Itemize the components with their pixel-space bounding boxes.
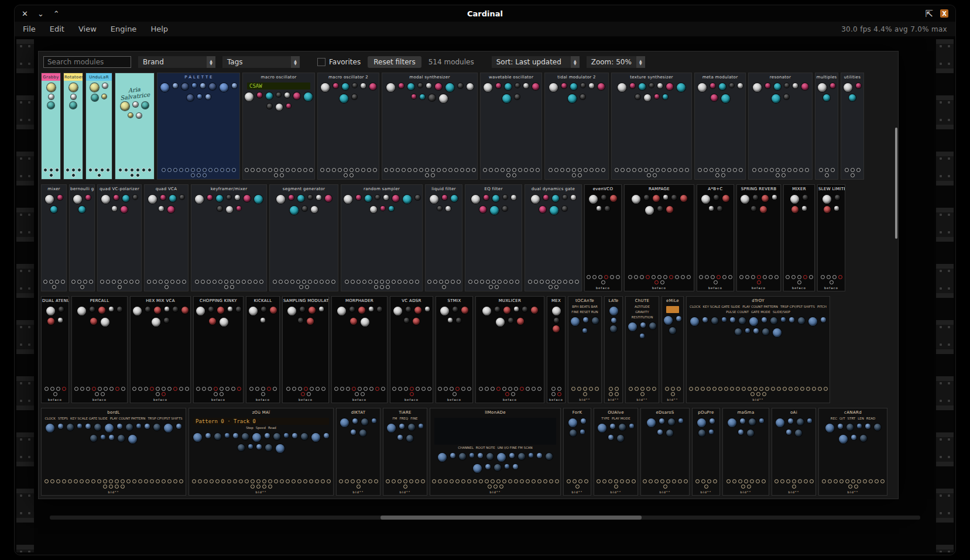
module-tile-spring-reverb[interactable]: SPRING REVERBbefaco [736,184,781,291]
module-tile-fork[interactable]: ForKbId°° [563,408,591,496]
port-icon [615,387,619,391]
tags-dropdown[interactable]: Tags ▲▼ [222,56,300,68]
module-tile-tiare[interactable]: TiAREFMFREQFINEbId°° [383,408,427,496]
module-tile-dtroy[interactable]: dTrOYCLOCKKEY SCALE GATE SLIDEPLAY COUNT… [686,296,830,403]
module-tile-keyframer-mixer[interactable]: keyframer/mixer [191,184,267,291]
module-tile-dual-atenuverter[interactable]: DUAL ATENUVERTERbefaco [41,296,69,403]
module-tile-random-sampler[interactable]: random sampler [341,184,423,291]
menu-file[interactable]: File [23,25,36,33]
module-tile-hex-mix-vca[interactable]: HEX MIX VCAbefaco [130,296,191,403]
module-tile-modal-synthesizer[interactable]: modal synthesizer [382,73,478,180]
module-tile-utilities[interactable]: utilities [841,73,864,180]
module-tile-kickall[interactable]: KICKALLbefaco [246,296,280,403]
menu-help[interactable]: Help [150,25,168,33]
module-tile-liquid-filter[interactable]: liquid filter [425,184,462,291]
port-icon [301,392,305,396]
module-tile-meta-modulator[interactable]: meta modulator [694,73,746,180]
module-tile-stmix[interactable]: STMIXbefaco [436,296,473,403]
module-tile-muxlicer[interactable]: MUXLICERbefaco [475,296,544,403]
module-tile-chute[interactable]: ChUTEALTITUDEGRAVITYRESTITUTIONbId°° [625,296,659,403]
module-tile-emile[interactable]: eMiLebId°° [661,296,684,403]
module-tile-texture-synthesizer[interactable]: texture synthesizer [611,73,692,180]
vertical-scrollbar[interactable] [895,51,897,499]
reset-filters-button[interactable]: Reset filters [368,56,421,68]
knob-icon [611,318,616,323]
knob-panel [318,81,379,167]
port-icon [156,392,160,396]
module-tile-segment-generator[interactable]: segment generator [269,184,338,291]
module-tile-tidal-modulator-2[interactable]: tidal modulator 2 [544,73,609,180]
horizontal-scrollbar[interactable] [50,516,920,520]
module-tile-limonade[interactable]: lIMonADeCHANNELROOT NOTEUNI I/O FINE FM … [430,408,561,496]
close-icon[interactable]: ✕ [22,9,28,18]
menu-engine[interactable]: Engine [111,25,137,33]
knob-icon [640,334,645,338]
module-tile-edsaros[interactable]: eDsaroSbId°° [640,408,690,496]
favorites-checkbox[interactable] [317,58,325,66]
knob-panel [131,304,190,386]
module-tile-poupre[interactable]: pOuPrebId°° [692,408,720,496]
knob-icon [735,328,742,335]
knob-icon [399,83,404,88]
module-tile-dual-dynamics-gate[interactable]: dual dynamics gate [525,184,582,291]
module-tile-tocante[interactable]: tOCAnTeBPH BEATS BARFINE RESET RUNbId°° [568,296,602,403]
module-tile-slew-limiter[interactable]: SLEW LIMITERbefaco [817,184,845,291]
module-tile-evenvco[interactable]: evenVCObefaco [584,184,622,291]
zoom-dropdown[interactable]: Zoom: 50% ▲▼ [587,56,645,68]
search-input[interactable] [43,56,131,68]
chevron-up-icon[interactable]: ⌃ [53,9,60,18]
module-tile-vc-adsr[interactable]: VC ADSRbefaco [390,296,433,403]
module-tile-magma[interactable]: maGmabId°° [722,408,769,496]
module-tile-mex[interactable]: MEXbefaco [547,296,565,403]
module-tile-multiples[interactable]: multiples [815,73,838,180]
module-tile-mixer[interactable]: mixer [41,184,67,291]
favorites-toggle[interactable]: Favorites [317,58,361,66]
module-tile-macro-oscillator-2[interactable]: macro oscillator 2 [317,73,379,180]
knob-panel [86,81,112,167]
module-tile-zo-ma[interactable]: zOù MAïPattern 0 · Track 0StopSpeedReadb… [188,408,334,496]
module-tile-quad-vc-polarizer[interactable]: quad VC-polarizer [97,184,142,291]
module-tile-macro-oscillator[interactable]: macro oscillatorCSAW [242,73,315,180]
module-tile-blank[interactable]: Aria Salvatrice [115,73,155,180]
module-name: DUAL ATENUVERTER [42,297,68,304]
module-tile-bordl[interactable]: bordLCLOCKSTEPSKEY SCALE GATE SLIDEPLAY … [41,408,186,496]
sort-dropdown[interactable]: Sort: Last updated ▲▼ [492,56,580,68]
vertical-scrollbar-thumb[interactable] [895,128,897,239]
x11-icon[interactable]: X [940,9,948,18]
external-icon[interactable]: ⇱ [926,8,933,19]
module-tile-rampage[interactable]: RAMPAGEbefaco [624,184,694,291]
port-icon [601,168,605,172]
port-icon [375,387,379,391]
module-tile-rotatoes[interactable]: Rotatoes [63,73,83,180]
module-tile-p-a-l-e-t-t-e[interactable]: P A L E T T E [157,73,240,180]
port-icon [486,280,490,284]
module-tile-chopping-kinky[interactable]: CHOPPING KINKYbefaco [193,296,244,403]
knob-panel [383,421,427,478]
module-tile-eq-filter[interactable]: EQ filter [465,184,522,291]
port-icon [554,168,558,172]
module-tile-late[interactable]: LATebId°° [604,296,623,403]
module-tile-ouaive[interactable]: OUAIveTYPEPLAY MODEbId°° [594,408,638,496]
module-tile-percall[interactable]: PERCALLbefaco [71,296,128,403]
module-tile-wavetable-oscillator[interactable]: wavetable oscillator [480,73,542,180]
module-tile-sampling-modulator[interactable]: SAMPLING MODULATORbefaco [282,296,329,403]
menu-edit[interactable]: Edit [50,25,64,33]
module-tile-oai[interactable]: oAibId°° [772,408,816,496]
port-icon [748,387,752,391]
module-tile-bernoulli-gate[interactable]: bernoulli gate [69,184,95,291]
horizontal-scrollbar-thumb[interactable] [381,516,642,520]
module-tile-morphader[interactable]: MORPHADERbefaco [331,296,388,403]
chevron-down-icon[interactable]: ⌄ [37,9,44,18]
module-tile-grabby[interactable]: Grabby [41,73,61,180]
module-tile-mixer[interactable]: MIXERbefaco [783,184,815,291]
module-tile-undular[interactable]: UnduLaR [85,73,112,180]
module-tile-a-b-c[interactable]: A*B+Cbefaco [697,184,734,291]
module-tile-resonator[interactable]: resonator [748,73,813,180]
module-tile-quad-vca[interactable]: quad VCA [144,184,188,291]
knob-icon [387,424,396,432]
module-tile-canard[interactable]: cANARdRECO/TSTRTLENREADbId°° [818,408,887,496]
port-panel [189,478,333,490]
brand-dropdown[interactable]: Brand ▲▼ [138,56,215,68]
module-tile-diktat[interactable]: dIKTATbId°° [336,408,381,496]
menu-view[interactable]: View [78,25,97,33]
